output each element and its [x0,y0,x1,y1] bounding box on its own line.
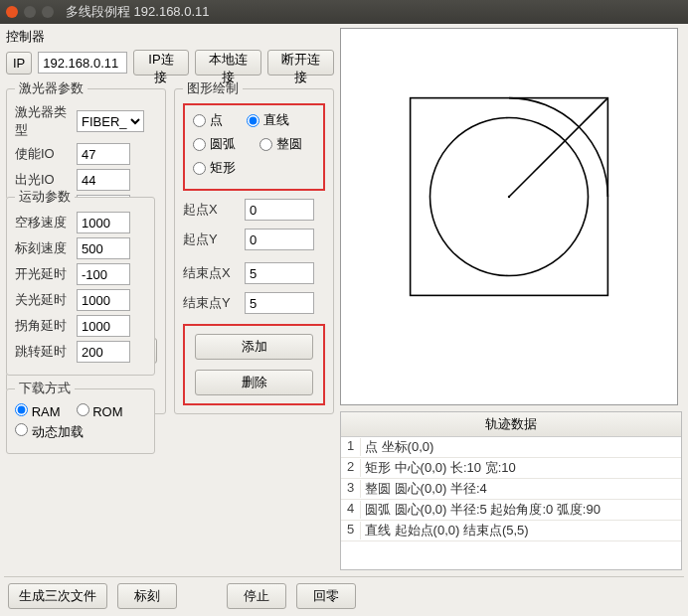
download-rom-radio[interactable]: ROM [77,403,123,419]
table-row[interactable]: 2矩形 中心(0,0) 长:10 宽:10 [341,458,681,479]
home-button[interactable]: 回零 [296,583,356,609]
disconnect-button[interactable]: 断开连接 [267,50,334,76]
table-row[interactable]: 3整圆 圆心(0,0) 半径:4 [341,479,681,500]
delete-button[interactable]: 删除 [195,370,313,395]
row-index: 3 [341,480,361,498]
motion-group: 运动参数 空移速度 标刻速度 开光延时 关光延时 拐角延时 跳转延时 [6,188,155,376]
table-row[interactable]: 5直线 起始点(0,0) 结束点(5,5) [341,521,681,541]
gen-cubic-button[interactable]: 生成三次文件 [8,583,107,609]
row-desc: 点 坐标(0,0) [361,438,681,456]
off-delay-label: 关光延时 [15,291,71,309]
starty-input[interactable] [245,229,314,250]
maximize-icon[interactable] [42,6,54,18]
shape-point-radio[interactable]: 点 [193,111,223,129]
download-ram-radio[interactable]: RAM [15,403,61,419]
row-desc: 直线 起始点(0,0) 结束点(5,5) [361,522,681,539]
mark-speed-label: 标刻速度 [15,239,71,257]
preview-canvas [340,28,678,405]
laser-type-label: 激光器类型 [15,103,71,139]
row-index: 5 [341,522,361,539]
corner-delay-input[interactable] [77,315,130,337]
window-titlebar: 多线段例程 192.168.0.11 [0,0,688,24]
stop-button[interactable]: 停止 [227,583,286,609]
off-delay-input[interactable] [77,289,130,311]
track-table: 轨迹数据 1点 坐标(0,0)2矩形 中心(0,0) 长:10 宽:103整圆 … [340,411,682,570]
track-table-body[interactable]: 1点 坐标(0,0)2矩形 中心(0,0) 长:10 宽:103整圆 圆心(0,… [341,437,681,569]
shape-group: 图形绘制 点 直线 圆弧 整圆 矩形 起点X 起点Y 结束点X [174,79,334,414]
close-icon[interactable] [6,6,18,18]
local-connect-button[interactable]: 本地连接 [195,50,261,76]
table-row[interactable]: 4圆弧 圆心(0,0) 半径:5 起始角度:0 弧度:90 [341,500,681,521]
laser-type-select[interactable]: FIBER_ [77,110,144,132]
endy-input[interactable] [245,292,314,314]
shape-circle-radio[interactable]: 整圆 [259,135,302,153]
svg-line-2 [509,98,607,197]
corner-delay-label: 拐角延时 [15,317,71,335]
shape-legend: 图形绘制 [183,79,243,97]
endx-input[interactable] [245,262,314,284]
row-desc: 整圆 圆心(0,0) 半径:4 [361,480,681,498]
endy-label: 结束点Y [183,294,239,312]
controller-legend: 控制器 [6,28,334,46]
out-io-label: 出光IO [15,171,71,189]
startx-input[interactable] [245,199,314,221]
svg-point-3 [508,196,510,198]
shape-arc-radio[interactable]: 圆弧 [193,135,236,153]
startx-label: 起点X [183,201,239,219]
mark-speed-input[interactable] [77,237,130,259]
starty-label: 起点Y [183,231,239,248]
ip-connect-button[interactable]: IP连接 [133,50,188,76]
download-dynamic-radio[interactable]: 动态加载 [15,423,84,441]
mark-button[interactable]: 标刻 [117,583,177,609]
download-group: 下载方式 RAM ROM 动态加载 [6,380,155,454]
move-speed-label: 空移速度 [15,214,71,231]
motion-legend: 运动参数 [15,188,75,206]
jump-delay-input[interactable] [77,341,130,363]
minimize-icon[interactable] [24,6,36,18]
enable-io-input[interactable] [77,143,130,165]
shape-line-radio[interactable]: 直线 [247,111,289,129]
table-row[interactable]: 1点 坐标(0,0) [341,437,681,458]
jump-delay-label: 跳转延时 [15,343,71,361]
laser-legend: 激光器参数 [15,79,87,97]
shape-rect-radio[interactable]: 矩形 [193,159,236,177]
row-desc: 矩形 中心(0,0) 长:10 宽:10 [361,459,681,477]
row-index: 2 [341,459,361,477]
download-legend: 下载方式 [15,380,75,397]
endx-label: 结束点X [183,264,239,282]
add-button[interactable]: 添加 [195,334,313,360]
ip-label: IP [6,52,32,75]
row-desc: 圆弧 圆心(0,0) 半径:5 起始角度:0 弧度:90 [361,501,681,519]
preview-svg [351,39,667,355]
on-delay-input[interactable] [77,263,130,285]
window-title: 多线段例程 192.168.0.11 [66,3,210,21]
row-index: 4 [341,501,361,519]
ip-input[interactable] [38,52,127,74]
enable-io-label: 使能IO [15,145,71,163]
row-index: 1 [341,438,361,456]
move-speed-input[interactable] [77,212,130,233]
track-table-header: 轨迹数据 [341,412,681,437]
on-delay-label: 开光延时 [15,265,71,283]
